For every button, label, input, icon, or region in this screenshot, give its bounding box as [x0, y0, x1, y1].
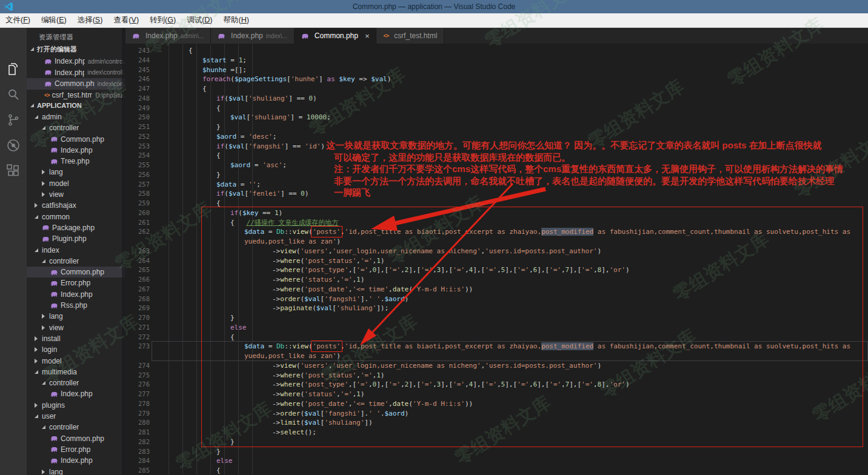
- code-token: (: [300, 295, 304, 303]
- tree-folder-item[interactable]: lang: [27, 466, 125, 475]
- tree-file-item[interactable]: Index.php: [27, 145, 125, 156]
- code-editor[interactable]: 243{244$start = 1;245$hunhe =[];246forea…: [125, 44, 868, 475]
- extensions-icon[interactable]: [6, 164, 21, 181]
- tree-file-item[interactable]: Rss.php: [27, 300, 125, 311]
- code-line-content: ->where('status','=',1): [161, 390, 364, 399]
- tree-folder-item[interactable]: admin: [27, 111, 125, 122]
- code-line-content: if($val['fangshi'] == 'id'): [161, 142, 325, 151]
- tab-index-php[interactable]: Index.phpindex\...: [211, 28, 295, 44]
- code-token: where: [280, 285, 300, 293]
- line-number: 260: [125, 208, 150, 218]
- code-token: //骚操作 文章生成缓存的地方: [247, 219, 339, 227]
- code-token: 'asc': [262, 161, 282, 169]
- tree-folder-item[interactable]: controller: [27, 422, 125, 433]
- code-line-content: ->order($val['fangshi'].' '.$aord): [161, 294, 409, 304]
- open-editors-header[interactable]: 打开的编辑器: [27, 44, 125, 55]
- code-line-content: $data = '';: [161, 180, 261, 190]
- code-token: 'status': [304, 390, 336, 398]
- code-token: ,: [401, 380, 405, 388]
- code-token: ,: [465, 266, 469, 274]
- code-line: 276->where('post_type',['=',0],['=',2],[…: [125, 380, 868, 390]
- debug-icon[interactable]: [6, 138, 21, 155]
- tree-folder-item[interactable]: controller: [27, 256, 125, 267]
- tree-file-item[interactable]: Common.php: [27, 133, 125, 144]
- tree-file-item[interactable]: Index.php: [27, 455, 125, 466]
- tree-folder-item[interactable]: controller: [27, 377, 125, 388]
- search-icon[interactable]: [6, 87, 21, 104]
- tree-item-label: lang: [49, 312, 63, 321]
- open-editor-item[interactable]: <>csrf_test.htmlD:\phpStu...: [27, 90, 125, 101]
- menu-item-h[interactable]: 帮助(H): [218, 15, 255, 25]
- open-editor-label: csrf_test.html: [52, 91, 93, 99]
- tree-folder-item[interactable]: model: [27, 178, 125, 189]
- chevron-collapsed-icon: [42, 314, 45, 319]
- code-token: 'id,post_title as biaoti,post_excerpt as…: [345, 228, 542, 236]
- tree-folder-item[interactable]: plugins: [27, 400, 125, 411]
- tab-index-php[interactable]: Index.phpadmin\...: [125, 28, 211, 44]
- tree-folder-item[interactable]: controller: [27, 122, 125, 133]
- tree-file-item[interactable]: Tree.php: [27, 156, 125, 167]
- tree-file-item[interactable]: Index.php: [27, 289, 125, 300]
- tree-item-label: model: [42, 357, 62, 365]
- code-token: ): [405, 410, 409, 417]
- code-token: ,: [389, 285, 393, 293]
- menu-item-v[interactable]: 查看(V): [108, 15, 144, 25]
- code-line-content: foreach($pageSettings['hunhe'] as $key =…: [161, 75, 391, 84]
- tree-folder-item[interactable]: view: [27, 189, 125, 200]
- tree-file-item[interactable]: Common.php: [27, 267, 125, 277]
- tab-close-icon[interactable]: ×: [365, 32, 370, 40]
- tree-file-item[interactable]: Index.php: [27, 388, 125, 399]
- menu-item-g[interactable]: 转到(G): [144, 15, 181, 25]
- code-token: '=': [356, 266, 369, 274]
- tree-folder-item[interactable]: common: [27, 211, 125, 222]
- menu-item-d[interactable]: 调试(D): [181, 15, 218, 25]
- tree-item-label: Index.php: [61, 146, 93, 154]
- code-token: view: [293, 228, 309, 236]
- tree-folder-item[interactable]: view: [27, 322, 125, 333]
- current-line-highlight: [152, 341, 868, 361]
- tree-folder-item[interactable]: catfishajax: [27, 200, 125, 211]
- explorer-icon[interactable]: [6, 62, 21, 79]
- code-token: (: [300, 419, 304, 427]
- tab-csrf-test-html[interactable]: <>csrf_test.html: [376, 28, 444, 44]
- tree-item-label: Plugin.php: [52, 234, 87, 243]
- code-token: 1: [275, 209, 279, 217]
- tree-folder-item[interactable]: install: [27, 333, 125, 344]
- tree-folder-item[interactable]: index: [27, 244, 125, 255]
- code-token: ();: [304, 428, 316, 436]
- source-control-icon[interactable]: [6, 113, 21, 130]
- tree-file-item[interactable]: Common.php: [27, 433, 125, 444]
- open-editor-item[interactable]: Index.phpadmin\contro...: [27, 56, 125, 67]
- code-token: 'post_status': [304, 257, 356, 265]
- menu-item-s[interactable]: 选择(S): [72, 15, 109, 25]
- tree-folder-item[interactable]: user: [27, 411, 125, 422]
- vscode-window: Common.php — application — Visual Studio…: [0, 0, 868, 475]
- project-section-header[interactable]: APPLICATION: [27, 100, 125, 111]
- tab-common-php[interactable]: Common.php×: [295, 28, 377, 44]
- code-token: 1: [376, 257, 381, 265]
- tree-folder-item[interactable]: model: [27, 355, 125, 366]
- code-token: ] ==: [289, 95, 309, 102]
- code-token: '=': [485, 266, 497, 274]
- code-token: 10000: [307, 113, 327, 121]
- tab-path: index\...: [266, 33, 287, 39]
- tree-file-item[interactable]: Plugin.php: [27, 233, 125, 244]
- code-token: 'fangshi': [249, 142, 285, 150]
- open-editor-item[interactable]: Common.phpindex\con...: [27, 78, 125, 90]
- tree-file-item[interactable]: Error.php: [27, 277, 125, 288]
- menu-item-f[interactable]: 文件(F): [0, 15, 36, 25]
- line-number: 272: [125, 333, 150, 342]
- code-token: ],[: [441, 266, 453, 274]
- code-token: '=': [361, 371, 373, 379]
- tree-folder-item[interactable]: lang: [27, 167, 125, 178]
- tree-folder-item[interactable]: login: [27, 344, 125, 355]
- open-editor-item[interactable]: Index.phpindex\controll...: [27, 67, 125, 79]
- menu-item-e[interactable]: 编辑(E): [36, 15, 72, 25]
- tree-folder-item[interactable]: lang: [27, 311, 125, 322]
- code-token: '=': [485, 380, 497, 388]
- code-token: where: [280, 276, 300, 284]
- tree-item-label: login: [42, 345, 57, 354]
- tree-file-item[interactable]: Package.php: [27, 222, 125, 233]
- tree-file-item[interactable]: Error.php: [27, 444, 125, 455]
- tree-folder-item[interactable]: multimedia: [27, 367, 125, 377]
